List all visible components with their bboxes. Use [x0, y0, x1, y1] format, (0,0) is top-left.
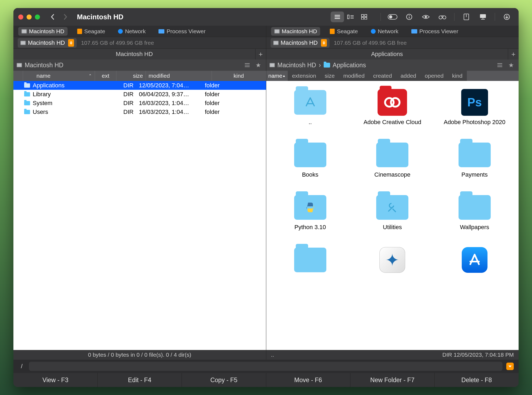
grid-item-label: Books — [302, 171, 318, 186]
grid-item[interactable]: Utilities — [357, 194, 427, 239]
grid-item-label: Cinemascope — [374, 171, 411, 186]
grid-item[interactable]: Wallpapers — [440, 194, 509, 239]
binoculars-icon[interactable] — [435, 12, 449, 22]
folder-icon — [294, 248, 326, 272]
nav-back-button[interactable] — [47, 12, 58, 22]
volume-name: Macintosh HD — [28, 39, 65, 46]
col-name[interactable]: name ▲ — [266, 71, 288, 81]
device-tab[interactable]: Seagate — [74, 27, 108, 36]
col-modified[interactable]: modified — [339, 71, 369, 81]
col-size[interactable]: size — [116, 71, 146, 81]
grid-item[interactable]: Adobe Creative Cloud — [357, 89, 427, 133]
grid-item[interactable] — [440, 247, 509, 291]
zoom-window-button[interactable] — [35, 14, 40, 20]
command-input[interactable] — [29, 362, 503, 371]
fn-button[interactable]: View - F3 — [13, 373, 98, 387]
col-kind[interactable]: kind — [448, 71, 467, 81]
view-icons-button[interactable] — [357, 12, 371, 22]
svg-rect-9 — [361, 17, 364, 20]
fn-button[interactable]: Copy - F5 — [182, 373, 266, 387]
list-options-icon[interactable] — [496, 61, 504, 69]
free-space-label: 107.65 GB of 499.96 GB free — [81, 40, 154, 46]
folder-icon — [24, 83, 30, 88]
col-size[interactable]: size — [320, 71, 339, 81]
add-tab-button[interactable]: + — [255, 49, 266, 59]
device-tab[interactable]: Seagate — [327, 27, 361, 36]
status-bar: 0 bytes / 0 bytes in 0 / 0 file(s). 0 / … — [13, 350, 519, 360]
view-columns-button[interactable] — [344, 12, 357, 22]
command-history-dropdown[interactable] — [506, 363, 514, 370]
col-modified[interactable]: modified — [146, 71, 212, 81]
right-icon-grid[interactable]: ..Adobe Creative CloudPsAdobe Photoshop … — [266, 81, 519, 350]
breadcrumb-item[interactable]: Applications — [333, 62, 366, 69]
device-tab[interactable]: Macintosh HD — [271, 27, 320, 36]
archive-icon[interactable] — [459, 12, 473, 22]
add-tab-button[interactable]: + — [508, 49, 519, 59]
svg-point-14 — [409, 15, 409, 16]
volume-name: Macintosh HD — [281, 39, 318, 46]
favorite-star-icon[interactable]: ★ — [254, 61, 263, 69]
volume-selector-right[interactable]: Macintosh HD — [271, 38, 330, 48]
device-tab[interactable]: Process Viewer — [408, 27, 462, 36]
toggle-switch-icon[interactable] — [386, 12, 400, 22]
col-created[interactable]: created — [369, 71, 396, 81]
nav-forward-button[interactable] — [60, 12, 71, 22]
device-tab[interactable]: Macintosh HD — [18, 27, 68, 36]
fn-button[interactable]: Delete - F8 — [435, 373, 519, 387]
device-tab[interactable]: Network — [368, 27, 402, 36]
col-kind[interactable]: kind — [212, 71, 266, 81]
grid-item[interactable]: Python 3.10 — [275, 194, 345, 239]
breadcrumb-separator: › — [319, 62, 321, 69]
col-name[interactable]: name⌃ — [23, 71, 95, 81]
disk-icon — [273, 41, 279, 45]
creative-cloud-icon — [378, 89, 407, 116]
tab-label: Macintosh HD — [282, 28, 317, 35]
file-name: System — [33, 100, 52, 107]
grid-item[interactable]: Books — [275, 141, 345, 186]
fn-button[interactable]: New Folder - F7 — [350, 373, 435, 387]
view-list-button[interactable] — [331, 12, 344, 22]
download-icon[interactable] — [500, 12, 514, 22]
left-file-list[interactable]: ApplicationsDIR12/05/2023, 7:04…folderLi… — [13, 81, 266, 350]
device-tabs: Macintosh HDSeagateNetworkProcess Viewer… — [13, 26, 519, 37]
preview-eye-icon[interactable] — [419, 12, 433, 22]
function-key-bar: View - F3Edit - F4Copy - F5Move - F6New … — [13, 373, 519, 387]
volume-selector-left[interactable]: Macintosh HD — [18, 38, 77, 48]
app-window: Macintosh HD — [13, 8, 519, 387]
breadcrumb-bar: Macintosh HD★ Macintosh HD›Applications★ — [13, 59, 519, 71]
favorite-star-icon[interactable]: ★ — [507, 61, 515, 69]
panes: ApplicationsDIR12/05/2023, 7:04…folderLi… — [13, 81, 519, 350]
list-options-icon[interactable] — [243, 61, 252, 69]
breadcrumb-item[interactable]: Macintosh HD — [278, 62, 316, 69]
col-opened[interactable]: opened — [420, 71, 448, 81]
fn-button[interactable]: Edit - F4 — [98, 373, 182, 387]
grid-item[interactable]: .. — [275, 89, 345, 133]
minimize-window-button[interactable] — [27, 14, 32, 20]
folder-icon — [459, 195, 491, 220]
tab-label: Network — [378, 28, 398, 35]
grid-item[interactable]: Cinemascope — [357, 141, 427, 186]
device-tab[interactable]: Process Viewer — [155, 27, 209, 36]
col-ext[interactable]: ext — [95, 71, 116, 81]
network-drive-icon[interactable] — [476, 12, 490, 22]
grid-item[interactable] — [275, 247, 345, 291]
breadcrumb-item[interactable]: Macintosh HD — [25, 62, 63, 69]
file-row[interactable]: LibraryDIR06/04/2023, 9:37…folder — [13, 90, 266, 99]
col-added[interactable]: added — [396, 71, 420, 81]
tab-label: Network — [125, 28, 146, 35]
file-row[interactable]: ApplicationsDIR12/05/2023, 7:04…folder — [13, 81, 266, 90]
info-icon[interactable] — [402, 12, 416, 22]
file-row[interactable]: SystemDIR16/03/2023, 1:04…folder — [13, 99, 266, 107]
fn-button[interactable]: Move - F6 — [266, 373, 350, 387]
close-window-button[interactable] — [18, 14, 23, 20]
grid-item[interactable]: Payments — [440, 141, 509, 186]
file-row[interactable]: UsersDIR16/03/2023, 1:04…folder — [13, 107, 266, 116]
external-disk-icon — [77, 29, 82, 34]
tab-label: Macintosh HD — [29, 28, 64, 35]
file-name: Users — [33, 109, 48, 115]
col-extension[interactable]: extension — [288, 71, 320, 81]
grid-item-label: Utilities — [383, 223, 402, 239]
grid-item[interactable] — [357, 247, 427, 291]
grid-item[interactable]: PsAdobe Photoshop 2020 — [440, 89, 509, 133]
device-tab[interactable]: Network — [115, 27, 149, 36]
